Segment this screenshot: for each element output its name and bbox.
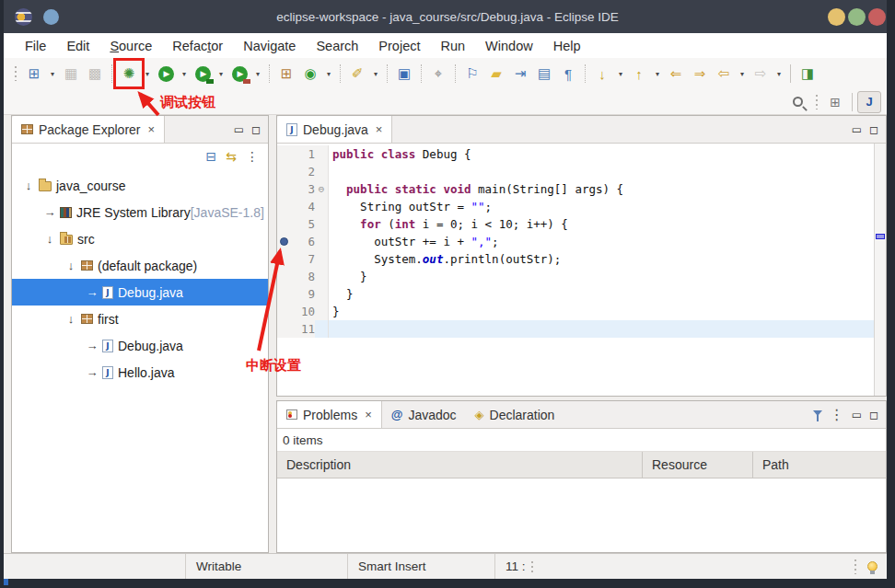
- collapsed-arrow-icon[interactable]: →: [85, 339, 99, 352]
- breakpoint-gutter[interactable]: [277, 198, 291, 215]
- open-console-icon[interactable]: ▣: [392, 62, 416, 86]
- breakpoint-gutter[interactable]: [277, 215, 291, 233]
- code-line-5[interactable]: 5 for (int i = 0; i < 10; i++) {: [277, 215, 874, 233]
- breakpoint-gutter[interactable]: [277, 163, 291, 180]
- debug-icon[interactable]: ✺: [117, 62, 141, 86]
- dropdown-arrow-icon[interactable]: ▾: [46, 70, 59, 78]
- tree-item-debug-java[interactable]: →JDebug.java: [12, 279, 268, 306]
- tree-item-java-course[interactable]: ↓java_course: [12, 172, 268, 199]
- view-menu-icon[interactable]: ⋮: [830, 406, 844, 423]
- code-line-1[interactable]: 1public class Debug {: [277, 145, 874, 163]
- java-perspective-icon[interactable]: J: [857, 91, 881, 113]
- problems-table-body[interactable]: [277, 478, 886, 552]
- collapsed-arrow-icon[interactable]: →: [85, 365, 99, 379]
- code-line-11[interactable]: 11: [277, 320, 874, 338]
- breakpoint-gutter[interactable]: [277, 233, 291, 250]
- breakpoint-marker[interactable]: [876, 234, 885, 239]
- profile-icon[interactable]: ▶: [227, 62, 251, 86]
- close-icon[interactable]: ×: [376, 122, 383, 136]
- dropdown-arrow-icon[interactable]: ▾: [322, 70, 335, 78]
- sash-splitter[interactable]: [269, 115, 276, 553]
- open-perspective-icon[interactable]: ⊞: [823, 90, 847, 114]
- tab-javadoc[interactable]: @Javadoc: [382, 401, 466, 428]
- show-source-of-selected-icon[interactable]: ▤: [532, 62, 556, 86]
- maximize-view-icon[interactable]: ◻: [869, 123, 878, 136]
- menu-file[interactable]: File: [15, 37, 56, 55]
- code-line-2[interactable]: 2: [277, 163, 874, 180]
- code-line-10[interactable]: 10}: [277, 303, 874, 320]
- breakpoint-gutter[interactable]: [277, 285, 291, 303]
- overview-ruler[interactable]: [874, 144, 886, 396]
- next-annotation-icon[interactable]: ↓: [590, 62, 614, 86]
- view-menu-icon[interactable]: ⋮: [246, 149, 259, 164]
- breakpoint-icon[interactable]: [280, 237, 288, 246]
- previous-annotation-icon[interactable]: ↑: [627, 62, 651, 86]
- code-line-4[interactable]: 4 String outStr = "";: [277, 198, 874, 215]
- code-line-3[interactable]: 3⊖ public static void main(String[] args…: [277, 180, 874, 198]
- new-java-project-icon[interactable]: ⊞: [274, 62, 298, 86]
- search-icon[interactable]: [786, 90, 810, 114]
- dropdown-arrow-icon[interactable]: ▾: [736, 70, 749, 78]
- breakpoint-gutter[interactable]: [277, 268, 291, 285]
- tree-item-jre-system-library[interactable]: →JRE System Library [JavaSE-1.8]: [12, 199, 268, 225]
- next-edit-location-icon[interactable]: ⇒: [688, 62, 712, 86]
- forward-history-icon[interactable]: ⇨: [749, 62, 773, 86]
- tree-item--default-package-[interactable]: ↓(default package): [12, 252, 268, 279]
- menu-run[interactable]: Run: [430, 37, 475, 55]
- menu-project[interactable]: Project: [368, 37, 430, 55]
- collapsed-arrow-icon[interactable]: →: [85, 285, 99, 299]
- back-history-icon[interactable]: ⇦: [712, 62, 736, 86]
- expanded-arrow-icon[interactable]: ↓: [42, 232, 57, 246]
- dropdown-arrow-icon[interactable]: ▾: [773, 70, 785, 78]
- open-resource-icon[interactable]: ✐: [345, 62, 369, 86]
- menu-edit[interactable]: Edit: [56, 37, 99, 55]
- minimize-view-icon[interactable]: ▭: [852, 409, 862, 421]
- dropdown-arrow-icon[interactable]: ▾: [251, 70, 264, 78]
- dropdown-arrow-icon[interactable]: ▾: [369, 70, 382, 78]
- maximize-view-icon[interactable]: ◻: [251, 123, 261, 136]
- menu-navigate[interactable]: Navigate: [233, 37, 306, 55]
- close-icon[interactable]: ×: [365, 408, 372, 421]
- column-header-resource[interactable]: Resource: [643, 452, 753, 478]
- tree-item-first[interactable]: ↓first: [12, 306, 268, 332]
- show-whitespace-icon[interactable]: ¶: [556, 62, 580, 86]
- new-wizard-icon[interactable]: ⊞: [22, 62, 46, 86]
- window-close-button[interactable]: [868, 8, 886, 26]
- breakpoint-gutter[interactable]: [277, 303, 291, 320]
- new-java-class-icon[interactable]: ◉: [298, 62, 322, 86]
- maximize-view-icon[interactable]: ◻: [869, 409, 878, 421]
- save-icon[interactable]: ▦: [59, 62, 83, 86]
- tab-debug-java[interactable]: J Debug.java ×: [277, 116, 392, 143]
- expanded-arrow-icon[interactable]: ↓: [21, 179, 36, 192]
- window-minimize-button[interactable]: [828, 8, 845, 26]
- menu-window[interactable]: Window: [475, 37, 543, 55]
- column-header-description[interactable]: Description: [277, 452, 643, 478]
- tab-package-explorer[interactable]: Package Explorer ×: [12, 116, 165, 143]
- pin-editor-icon[interactable]: ◨: [796, 62, 819, 86]
- tree-item-src[interactable]: ↓src: [12, 225, 268, 252]
- tab-problems[interactable]: Problems×: [277, 401, 382, 428]
- menu-refactor[interactable]: Refactor: [162, 37, 233, 55]
- dropdown-arrow-icon[interactable]: ▾: [141, 70, 154, 78]
- filter-icon[interactable]: [813, 410, 822, 416]
- link-with-editor-icon[interactable]: ⇥: [508, 62, 532, 86]
- code-line-8[interactable]: 8 }: [277, 268, 874, 285]
- menu-search[interactable]: Search: [306, 37, 368, 55]
- fold-collapse-icon[interactable]: ⊖: [315, 180, 329, 198]
- menu-help[interactable]: Help: [543, 37, 591, 55]
- code-editor[interactable]: 1public class Debug {23⊖ public static v…: [277, 144, 886, 396]
- mark-occurrences-icon[interactable]: ⌖: [426, 62, 450, 86]
- coverage-icon[interactable]: ▶: [191, 62, 215, 86]
- expanded-arrow-icon[interactable]: ↓: [64, 259, 78, 272]
- breakpoint-gutter[interactable]: [277, 180, 291, 198]
- minimize-view-icon[interactable]: ▭: [852, 123, 862, 136]
- expanded-arrow-icon[interactable]: ↓: [64, 312, 78, 326]
- code-line-9[interactable]: 9 }: [277, 285, 874, 303]
- menu-source[interactable]: Source: [99, 37, 162, 55]
- minimize-view-icon[interactable]: ▭: [234, 123, 244, 136]
- toggle-highlight-icon[interactable]: ▰: [484, 62, 508, 86]
- search-actions-icon[interactable]: ⚐: [460, 62, 484, 86]
- dropdown-arrow-icon[interactable]: ▾: [614, 70, 627, 78]
- tree-item-hello-java[interactable]: →JHello.java: [12, 359, 268, 386]
- window-maximize-button[interactable]: [848, 8, 866, 26]
